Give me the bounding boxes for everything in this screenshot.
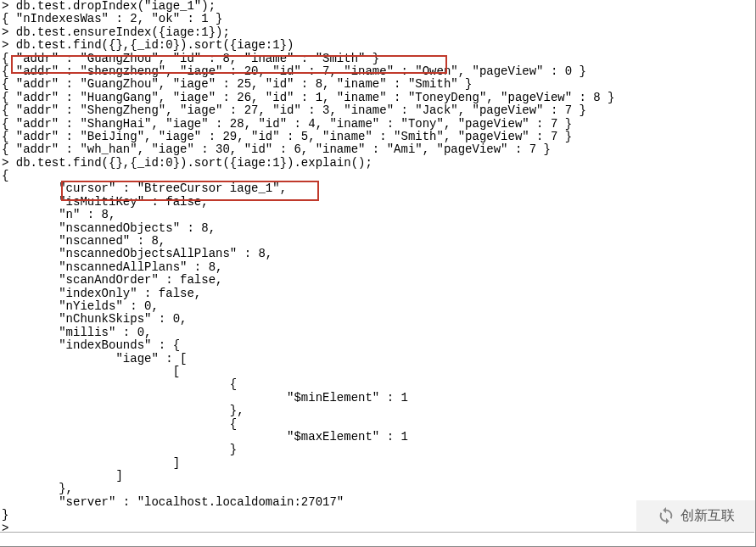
code-line: }, [2,405,755,417]
code-line: "millis" : 0, [2,327,755,339]
code-line: "n" : 8, [2,209,755,221]
code-line: { [2,378,755,391]
code-line: "nscannedObjectsAllPlans" : 8, [2,248,755,260]
code-line: [ [2,366,755,378]
code-line: > db.test.dropIndex("iage_1"); [2,0,755,13]
code-line: { "addr" : "BeiJing", "iage" : 29, "id" … [2,131,755,143]
code-line: { "addr" : "ShangHai", "iage" : 28, "id"… [2,118,755,131]
code-line: { [2,418,755,431]
code-line: { "addr" : "GuangZhou", "iage" : 25, "id… [2,78,755,91]
footer-divider [0,532,754,546]
code-line: "iage" : [ [2,353,755,366]
code-line: { [2,170,755,182]
code-line: } [2,444,755,456]
code-block: > db.test.dropIndex("iage_1"); { "nIndex… [0,0,755,535]
code-line: > db.test.ensureIndex({iage:1}); [2,26,755,39]
code-line: { "addr" : "ShengZheng", "iage" : 27, "i… [2,104,755,117]
code-line: "nscannedAllPlans" : 8, [2,261,755,274]
code-line: "indexOnly" : false, [2,287,755,300]
code-line: { "addr" : "wh_han", "iage" : 30, "id" :… [2,143,755,156]
code-line: "$maxElement" : 1 [2,431,755,444]
code-line: "$minElement" : 1 [2,392,755,405]
watermark-text: 创新互联 [680,508,735,523]
code-line: { "addr" : "HuangGang", "iage" : 26, "id… [2,92,755,104]
code-line: "scanAndOrder" : false, [2,274,755,287]
code-line: > db.test.find({},{_id:0}).sort({iage:1}… [2,157,755,170]
rotate-icon [657,506,675,525]
code-line: "nYields" : 0, [2,300,755,313]
code-line: "nChunkSkips" : 0, [2,313,755,326]
code-line: "cursor" : "BtreeCursor iage_1", [2,182,755,195]
watermark-logo: 创新互联 [636,500,755,531]
code-line: { "addr" : "GuangZhou", "id" : 8, "iname… [2,53,755,65]
code-line: { "addr" : "shengzheng", "iage" : 20, "i… [2,65,755,78]
code-line: { "nIndexesWas" : 2, "ok" : 1 } [2,13,755,25]
code-line: }, [2,483,755,495]
code-line: "nscanned" : 8, [2,235,755,248]
code-line: ] [2,457,755,470]
code-line: "isMultiKey" : false, [2,196,755,209]
terminal-output-container: > db.test.dropIndex("iage_1"); { "nIndex… [0,0,756,547]
code-line: > db.test.find({},{_id:0}).sort({iage:1}… [2,39,755,52]
code-line: ] [2,470,755,483]
code-line: "indexBounds" : { [2,339,755,352]
code-line: "nscannedObjects" : 8, [2,222,755,235]
